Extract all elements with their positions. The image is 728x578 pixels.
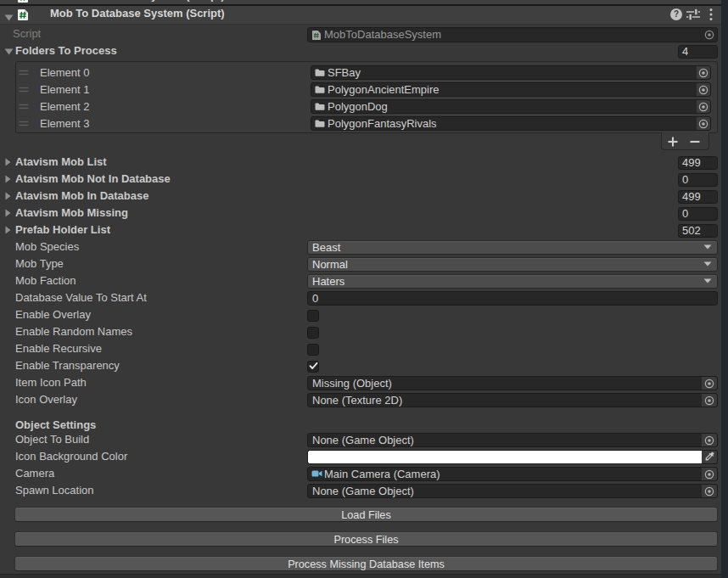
- svg-text:?: ?: [674, 9, 679, 19]
